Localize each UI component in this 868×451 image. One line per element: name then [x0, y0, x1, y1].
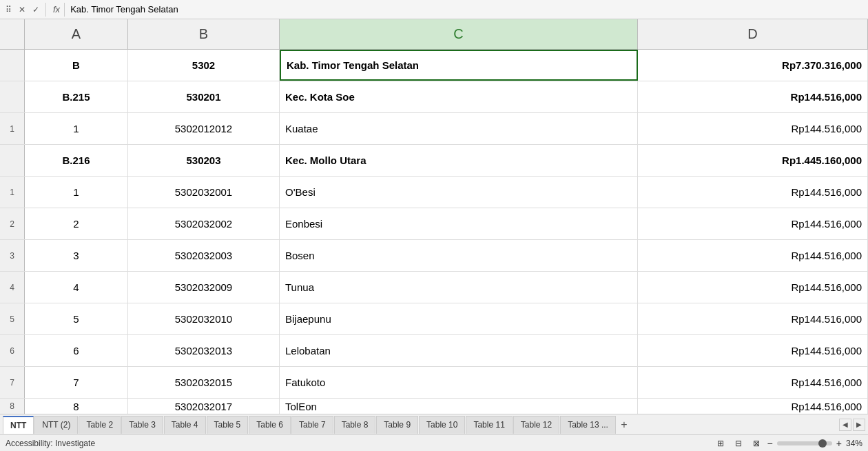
cell-b[interactable]: 5302	[128, 50, 280, 81]
row-number-header	[0, 19, 25, 49]
cell-c[interactable]: Lelobatan	[280, 335, 638, 366]
tab-table-6[interactable]: Table 6	[249, 416, 291, 434]
cell-b[interactable]: 530203	[128, 145, 280, 176]
cell-d[interactable]: Rp144.516,000	[638, 81, 868, 112]
tab-table-2[interactable]: Table 2	[79, 416, 121, 434]
cell-a[interactable]: 1	[25, 113, 128, 144]
fx-label: fx	[49, 3, 65, 17]
table-row: 1 1 5302032001 O'Besi Rp144.516,000	[0, 177, 868, 208]
table-row: 8 8 5302032017 TolEon Rp144.516,000	[0, 399, 868, 414]
cell-d[interactable]: Rp144.516,000	[638, 240, 868, 271]
cell-a[interactable]: 8	[25, 399, 128, 414]
cell-d[interactable]: Rp144.516,000	[638, 272, 868, 303]
cell-b[interactable]: 530201	[128, 81, 280, 112]
cell-c[interactable]: Kec. Kota Soe	[280, 81, 638, 112]
page-layout-button[interactable]: ⊟	[732, 438, 745, 449]
cell-b[interactable]: 5302032003	[128, 240, 280, 271]
tab-scroll-right-button[interactable]: ▶	[853, 419, 865, 431]
row-number	[0, 145, 25, 176]
cell-b[interactable]: 5302032002	[128, 208, 280, 239]
cell-a[interactable]: B.215	[25, 81, 128, 112]
cell-c[interactable]: O'Besi	[280, 177, 638, 208]
row-number: 4	[0, 272, 25, 303]
cell-a[interactable]: 7	[25, 367, 128, 398]
tab-table-7[interactable]: Table 7	[291, 416, 333, 434]
cell-d[interactable]: Rp144.516,000	[638, 367, 868, 398]
cell-b[interactable]: 5302012012	[128, 113, 280, 144]
cell-c[interactable]: TolEon	[280, 399, 638, 414]
cell-c[interactable]: Bijaepunu	[280, 303, 638, 334]
cell-b[interactable]: 5302032017	[128, 399, 280, 414]
add-tab-button[interactable]: +	[617, 417, 632, 432]
tab-table-9[interactable]: Table 9	[376, 416, 418, 434]
cell-d[interactable]: Rp1.445.160,000	[638, 145, 868, 176]
col-header-c[interactable]: C	[280, 19, 638, 49]
cell-c[interactable]: Tunua	[280, 272, 638, 303]
zoom-plus-button[interactable]: +	[836, 438, 842, 449]
cell-b[interactable]: 5302032010	[128, 303, 280, 334]
cell-a[interactable]: B	[25, 50, 128, 81]
cell-a[interactable]: 6	[25, 335, 128, 366]
cell-c[interactable]: Kuatae	[280, 113, 638, 144]
row-number: 5	[0, 303, 25, 334]
cell-a[interactable]: 2	[25, 208, 128, 239]
formula-bar-icons: ⠿ ✕ ✓	[3, 3, 46, 17]
cell-b[interactable]: 5302032015	[128, 367, 280, 398]
tab-table-8[interactable]: Table 8	[334, 416, 376, 434]
cell-c[interactable]: Fatukoto	[280, 367, 638, 398]
tab-ntt[interactable]: NTT	[3, 416, 34, 434]
cell-c[interactable]: Bosen	[280, 240, 638, 271]
cell-c[interactable]: Eonbesi	[280, 208, 638, 239]
tab-table-5[interactable]: Table 5	[207, 416, 249, 434]
tab-table-11[interactable]: Table 11	[466, 416, 512, 434]
cell-d[interactable]: Rp144.516,000	[638, 399, 868, 414]
tab-table-4[interactable]: Table 4	[164, 416, 206, 434]
cell-a[interactable]: 4	[25, 272, 128, 303]
col-header-b[interactable]: B	[128, 19, 280, 49]
table-row: B.215 530201 Kec. Kota Soe Rp144.516,000	[0, 81, 868, 113]
cancel-icon[interactable]: ✕	[17, 5, 28, 14]
tab-table-3[interactable]: Table 3	[121, 416, 163, 434]
formula-bar: ⠿ ✕ ✓ fx	[0, 0, 868, 19]
row-number: 7	[0, 367, 25, 398]
tab-ntt-2[interactable]: NTT (2)	[34, 416, 78, 434]
page-break-button[interactable]: ⊠	[750, 438, 763, 449]
tab-table-10[interactable]: Table 10	[419, 416, 465, 434]
row-number	[0, 50, 25, 81]
table-row: 2 2 5302032002 Eonbesi Rp144.516,000	[0, 208, 868, 240]
table-row: 6 6 5302032013 Lelobatan Rp144.516,000	[0, 335, 868, 367]
cell-b[interactable]: 5302032009	[128, 272, 280, 303]
cell-d[interactable]: Rp144.516,000	[638, 335, 868, 366]
drag-handle-icon: ⠿	[3, 5, 14, 14]
cell-b[interactable]: 5302032013	[128, 335, 280, 366]
col-header-d[interactable]: D	[638, 19, 868, 49]
tab-table-12[interactable]: Table 12	[513, 416, 559, 434]
cell-d[interactable]: Rp7.370.316,000	[638, 50, 868, 81]
confirm-icon[interactable]: ✓	[30, 5, 41, 14]
status-bar: Accessibility: Investigate ⊞ ⊟ ⊠ − + 34%	[0, 434, 868, 451]
cell-c[interactable]: Kab. Timor Tengah Selatan	[280, 50, 638, 81]
row-number: 8	[0, 399, 25, 414]
cell-a[interactable]: 1	[25, 177, 128, 208]
cell-c[interactable]: Kec. Mollo Utara	[280, 145, 638, 176]
row-number: 1	[0, 177, 25, 208]
cell-a[interactable]: 5	[25, 303, 128, 334]
normal-view-button[interactable]: ⊞	[714, 438, 727, 449]
row-number: 6	[0, 335, 25, 366]
cell-d[interactable]: Rp144.516,000	[638, 177, 868, 208]
cell-d[interactable]: Rp144.516,000	[638, 303, 868, 334]
zoom-slider[interactable]	[777, 441, 832, 445]
cell-d[interactable]: Rp144.516,000	[638, 208, 868, 239]
cell-d[interactable]: Rp144.516,000	[638, 113, 868, 144]
formula-input[interactable]	[68, 4, 865, 14]
cell-a[interactable]: 3	[25, 240, 128, 271]
table-row: 3 3 5302032003 Bosen Rp144.516,000	[0, 240, 868, 272]
cell-b[interactable]: 5302032001	[128, 177, 280, 208]
zoom-minus-button[interactable]: −	[767, 438, 773, 449]
tab-scroll-left-button[interactable]: ◀	[839, 419, 851, 431]
spreadsheet: A B C D B 5302 Kab. Timor Tengah Selatan…	[0, 19, 868, 414]
cell-a[interactable]: B.216	[25, 145, 128, 176]
col-header-a[interactable]: A	[25, 19, 128, 49]
tab-table-13[interactable]: Table 13 ...	[560, 416, 616, 434]
tab-bar: NTT NTT (2) Table 2 Table 3 Table 4 Tabl…	[0, 414, 868, 434]
